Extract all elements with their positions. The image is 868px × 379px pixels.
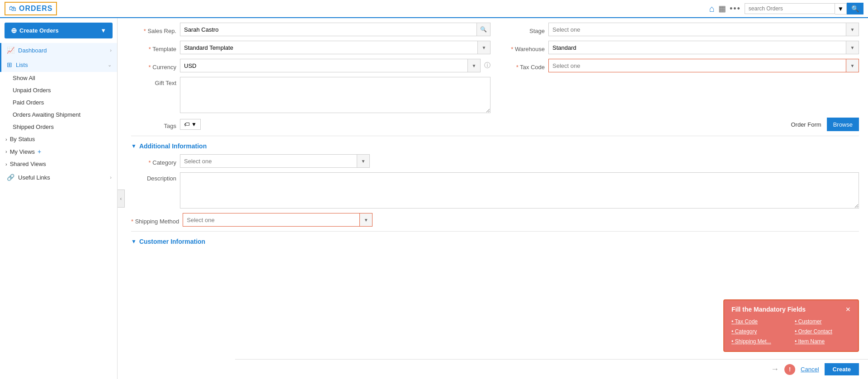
tax-code-label: * Tax Code (500, 61, 545, 71)
tax-code-group: * Tax Code ▼ (500, 59, 859, 72)
create-dropdown-icon: ▼ (100, 27, 106, 34)
warehouse-dropdown-btn[interactable]: ▼ (846, 41, 859, 54)
category-input[interactable] (180, 154, 357, 168)
sidebar-item-my-views[interactable]: › My Views + (0, 145, 117, 158)
more-options-icon[interactable]: ••• (730, 4, 741, 14)
popup-close-btn[interactable]: ✕ (845, 306, 851, 313)
cancel-button[interactable]: Cancel (801, 366, 819, 373)
customer-info-section-header[interactable]: ▼ Customer Information (131, 238, 859, 245)
popup-header: Fill the Mandatory Fields ✕ (731, 306, 851, 313)
by-status-arrow-icon: › (5, 137, 7, 142)
template-label: * Template (131, 43, 176, 52)
collapse-sidebar-btn[interactable]: ‹ (118, 190, 125, 208)
tax-code-input[interactable] (548, 59, 846, 72)
tax-code-dropdown-btn[interactable]: ▼ (846, 59, 859, 72)
create-orders-button[interactable]: ⊕ Create Orders ▼ (5, 23, 113, 38)
home-icon[interactable]: ⌂ (709, 4, 715, 14)
currency-input[interactable] (180, 59, 468, 72)
mandatory-item-category[interactable]: Category (731, 327, 788, 336)
sidebar: ⊕ Create Orders ▼ 📈 Dashboard › ⊞ Lists … (0, 18, 118, 379)
mandatory-item-customer[interactable]: Customer (795, 317, 851, 326)
customer-info-toggle-icon: ▼ (131, 238, 137, 245)
search-container: ▼ 🔍 (745, 3, 863, 14)
template-group: * Template ▼ (131, 41, 491, 54)
tags-orderform-row: Tags 🏷 ▼ Order Form Browse (131, 118, 859, 131)
search-input[interactable] (745, 3, 835, 14)
dashboard-arrow-icon: › (110, 47, 112, 53)
gift-text-label: Gift Text (131, 77, 176, 86)
app-title: ORDERS (19, 5, 52, 13)
gift-text-textarea[interactable] (180, 77, 491, 113)
currency-taxcode-row: * Currency ▼ ⓘ * Tax Code (131, 59, 859, 72)
shipping-method-group: * Shipping Method ▼ (131, 213, 491, 227)
top-bar-right: ⌂ ▦ ••• ▼ 🔍 (709, 3, 863, 14)
template-dropdown-btn[interactable]: ▼ (478, 41, 491, 54)
tags-label: Tags (131, 120, 176, 129)
dashboard-icon: 📈 (7, 47, 14, 54)
create-button[interactable]: Create (825, 363, 859, 375)
description-textarea[interactable] (180, 172, 859, 208)
warehouse-input[interactable] (548, 41, 846, 54)
stage-input[interactable] (548, 23, 846, 36)
by-status-label: By Status (10, 136, 35, 142)
sidebar-item-shared-views[interactable]: › Shared Views (0, 158, 117, 170)
template-input[interactable] (180, 41, 478, 54)
tax-code-wrapper: ▼ (548, 59, 859, 72)
gift-text-row: Gift Text (131, 77, 859, 113)
currency-dropdown-btn[interactable]: ▼ (468, 59, 481, 72)
additional-info-label: Additional Information (139, 142, 207, 150)
sidebar-item-orders-awaiting-shipment[interactable]: Orders Awaiting Shipment (0, 109, 117, 121)
sidebar-item-by-status[interactable]: › By Status (0, 133, 117, 145)
sidebar-item-show-all[interactable]: Show All (0, 72, 117, 84)
stage-label: Stage (500, 25, 545, 34)
divider-2 (131, 231, 859, 232)
mandatory-item-shipping-method[interactable]: Shipping Met... (731, 337, 788, 346)
additional-info-section-header[interactable]: ▼ Additional Information (131, 142, 859, 150)
mandatory-fields-popup: Fill the Mandatory Fields ✕ Tax Code Cus… (723, 299, 859, 352)
create-plus-icon: ⊕ (11, 26, 17, 35)
bottom-arrow-icon: → (771, 365, 779, 374)
category-dropdown-btn[interactable]: ▼ (357, 154, 370, 168)
shipping-method-wrapper: ▼ (183, 213, 373, 227)
shipping-method-input[interactable] (183, 213, 360, 227)
category-group: * Category ▼ (131, 154, 491, 168)
bottom-bar: → ! Cancel Create (235, 359, 868, 379)
sidebar-lists-label: Lists (16, 62, 108, 68)
main-content: ‹ * Sales Rep. 🔍 Stage (118, 18, 868, 379)
browse-btn[interactable]: Browse (827, 118, 859, 131)
divider-1 (131, 136, 859, 136)
mandatory-item-tax-code[interactable]: Tax Code (731, 317, 788, 326)
stage-dropdown-btn[interactable]: ▼ (846, 23, 859, 36)
sidebar-item-paid-orders[interactable]: Paid Orders (0, 96, 117, 109)
sidebar-item-dashboard[interactable]: 📈 Dashboard › (0, 43, 117, 57)
search-dropdown-btn[interactable]: ▼ (835, 3, 847, 14)
sales-rep-input[interactable] (180, 23, 477, 36)
form-area: * Sales Rep. 🔍 Stage ▼ (118, 18, 868, 254)
my-views-plus-icon[interactable]: + (38, 148, 41, 155)
chart-icon[interactable]: ▦ (718, 4, 726, 14)
alert-icon: ! (784, 364, 795, 375)
my-views-label: My Views (10, 148, 35, 155)
sidebar-item-shipped-orders[interactable]: Shipped Orders (0, 121, 117, 133)
info-icon[interactable]: ⓘ (484, 62, 491, 70)
tags-btn[interactable]: 🏷 ▼ (180, 119, 201, 130)
sales-rep-search-btn[interactable]: 🔍 (477, 23, 491, 36)
additional-info-toggle-icon: ▼ (131, 143, 137, 149)
shipping-method-dropdown-btn[interactable]: ▼ (360, 213, 373, 227)
shared-views-arrow-icon: › (5, 161, 7, 167)
create-orders-label: Create Orders (19, 27, 59, 34)
tags-dropdown-icon: ▼ (191, 121, 197, 128)
mandatory-item-order-contact[interactable]: Order Contact (795, 327, 851, 336)
sidebar-item-unpaid-orders[interactable]: Unpaid Orders (0, 84, 117, 96)
sidebar-dashboard-label: Dashboard (18, 47, 110, 54)
sales-rep-stage-row: * Sales Rep. 🔍 Stage ▼ (131, 23, 859, 36)
top-bar: 🛍 ORDERS ⌂ ▦ ••• ▼ 🔍 (0, 0, 868, 18)
currency-group: * Currency ▼ ⓘ (131, 59, 491, 72)
mandatory-item-item-name[interactable]: Item Name (795, 337, 851, 346)
stage-group: Stage ▼ (500, 23, 859, 36)
sidebar-item-lists[interactable]: ⊞ Lists ⌄ (0, 57, 117, 72)
currency-wrapper: ▼ (180, 59, 481, 72)
warehouse-group: * Warehouse ▼ (500, 41, 859, 54)
sidebar-item-useful-links[interactable]: 🔗 Useful Links › (0, 170, 117, 185)
search-btn[interactable]: 🔍 (847, 3, 863, 14)
